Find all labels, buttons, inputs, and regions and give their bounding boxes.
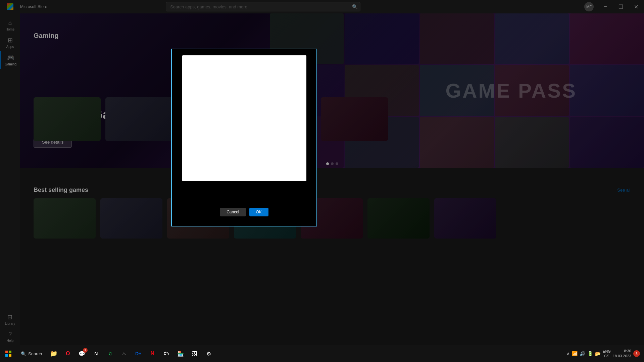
start-button[interactable] [0,345,17,362]
taskbar-app-explorer[interactable]: 📁 [47,347,60,360]
windows-logo-icon [5,351,11,357]
discord-badge: 9 [83,348,88,353]
date-display: 18.03.2023 [613,354,631,359]
folder-icon: 📂 [595,351,601,356]
overlay-backdrop[interactable] [0,0,644,362]
taskbar-right: ∧ 📶 🔊 🔋 📂 ENG CS 8:30 18.03.2023 3 [566,349,644,359]
popup-white-content [182,55,306,181]
popup-buttons: Cancel OK [220,208,268,216]
language-indicator[interactable]: ENG CS [603,349,611,359]
time-display: 8:30 [613,349,631,354]
taskbar-app-discord[interactable]: 💬 9 [76,347,88,360]
taskbar-app-photos[interactable]: 🖼 [188,347,201,360]
battery-icon: 🔋 [587,351,593,356]
notification-badge[interactable]: 3 [633,350,640,357]
language-code: ENG [603,349,611,354]
start-q4 [9,354,11,357]
taskbar-app-settings[interactable]: ⚙ [202,347,215,360]
taskbar-search-button[interactable]: 🔍 Search [17,349,46,358]
popup-confirm-button[interactable]: OK [249,208,268,216]
start-q1 [5,351,8,353]
taskbar-search-label: Search [28,351,42,356]
taskbar-app-notion[interactable]: N [90,347,102,360]
start-q3 [5,354,8,357]
taskbar-app-opera[interactable]: O [61,347,74,360]
overlay-popup: Cancel OK [171,49,317,226]
taskbar-apps: 📁 O 💬 9 N ♫ ♨ D+ N 🛍 🏪 🖼 [47,347,215,360]
popup-bottom-area: Cancel OK [178,181,310,220]
taskbar-app-steam[interactable]: ♨ [118,347,131,360]
taskbar-app-ms-store2[interactable]: 🏪 [174,347,187,360]
chevron-up-icon[interactable]: ∧ [566,351,570,356]
locale-code: CS [603,354,611,358]
wifi-icon: 📶 [572,351,578,356]
volume-icon: 🔊 [580,351,585,356]
taskbar-search-icon: 🔍 [21,351,26,356]
popup-cancel-button[interactable]: Cancel [220,208,246,216]
taskbar-app-ms-store[interactable]: 🛍 [160,347,173,360]
start-q2 [9,351,11,353]
taskbar-app-disney[interactable]: D+ [132,347,145,360]
taskbar-clock[interactable]: 8:30 18.03.2023 [613,349,631,359]
taskbar-app-spotify[interactable]: ♫ [104,347,116,360]
taskbar-app-netflix[interactable]: N [146,347,159,360]
taskbar: 🔍 Search 📁 O 💬 9 N ♫ ♨ D+ N 🛍 🏪 [0,345,644,362]
